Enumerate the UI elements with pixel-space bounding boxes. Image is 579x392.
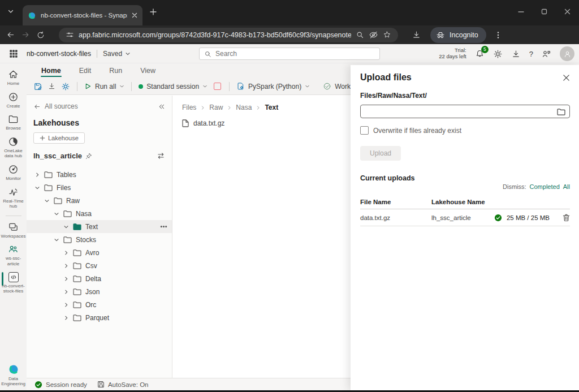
- url-field[interactable]: app.fabric.microsoft.com/groups/8742d3fd…: [59, 28, 398, 42]
- tree-item-text-selected[interactable]: Text: [27, 220, 172, 233]
- settings-gear-icon[interactable]: [493, 49, 503, 59]
- overwrite-checkbox[interactable]: [360, 126, 369, 135]
- tree-item-avro[interactable]: Avro: [27, 246, 172, 259]
- save-status-dropdown[interactable]: Saved: [103, 50, 131, 58]
- save-status-label: Saved: [103, 50, 122, 58]
- rail-item-realtime-hub[interactable]: Real-Time hub: [0, 187, 27, 209]
- global-search-box[interactable]: [199, 48, 380, 60]
- bookmark-star-icon[interactable]: [383, 31, 391, 39]
- minimize-icon[interactable]: [517, 8, 525, 15]
- chevron-right-icon[interactable]: [63, 263, 69, 269]
- rail-item-browse[interactable]: Browse: [0, 114, 27, 131]
- chevron-expanded-icon[interactable]: [44, 198, 50, 204]
- save-export-icon[interactable]: [33, 82, 42, 91]
- collapse-panel-icon[interactable]: [158, 103, 165, 110]
- tree-item-files[interactable]: Files: [27, 181, 172, 194]
- rail-item-home[interactable]: Home: [0, 69, 27, 87]
- notebook-settings-icon[interactable]: [61, 82, 70, 91]
- chevron-right-icon[interactable]: [63, 302, 69, 308]
- session-selector[interactable]: Standard session: [139, 83, 208, 91]
- tree-item-tables[interactable]: Tables: [27, 168, 172, 181]
- tree-item-raw[interactable]: Raw: [27, 194, 172, 207]
- rail-item-monitor[interactable]: Monitor: [0, 164, 27, 182]
- tab-search-icon[interactable]: [7, 7, 15, 15]
- tree-item-json[interactable]: Json: [27, 285, 172, 298]
- rail-item-nb-convert-stock-files[interactable]: nb-convert-stock-files: [0, 272, 27, 294]
- close-window-icon[interactable]: [564, 8, 571, 15]
- chevron-right-icon[interactable]: [63, 276, 69, 282]
- breadcrumb-nasa[interactable]: Nasa: [236, 104, 252, 111]
- upload-complete-check-icon: [494, 214, 502, 222]
- rail-item-data-engineering[interactable]: Data Engineering: [0, 364, 27, 387]
- chevron-expanded-icon[interactable]: [63, 224, 69, 230]
- data-engineering-logo: [8, 364, 19, 375]
- dismiss-all-link[interactable]: All: [563, 183, 570, 190]
- refresh-icon[interactable]: [36, 31, 45, 40]
- language-selector[interactable]: PySpark (Python): [236, 82, 310, 91]
- dismiss-completed-link[interactable]: Completed: [530, 183, 560, 190]
- maximize-icon[interactable]: [541, 8, 548, 15]
- upload-file-input[interactable]: [365, 107, 554, 115]
- tab-run[interactable]: Run: [101, 64, 130, 78]
- feedback-icon[interactable]: [542, 49, 551, 59]
- rail-item-workspaces[interactable]: Workspaces: [0, 222, 27, 239]
- notifications-bell-icon[interactable]: 5: [475, 49, 485, 59]
- download-icon[interactable]: [511, 49, 521, 59]
- rail-item-create[interactable]: Create: [0, 92, 27, 109]
- browser-tab[interactable]: nb-convert-stock-files - Synaps: [23, 5, 142, 25]
- delete-upload-icon[interactable]: [563, 214, 570, 222]
- new-tab-icon[interactable]: [149, 8, 157, 16]
- close-panel-icon[interactable]: [563, 74, 570, 81]
- stop-session-button[interactable]: [214, 83, 221, 90]
- upload-button[interactable]: Upload: [360, 146, 401, 161]
- rail-item-onelake[interactable]: OneLake data hub: [0, 136, 27, 159]
- chevron-expanded-icon[interactable]: [34, 185, 40, 191]
- account-avatar[interactable]: [560, 46, 574, 61]
- add-lakehouse-button[interactable]: Lakehouse: [33, 132, 85, 144]
- browser-menu-icon[interactable]: [494, 31, 502, 39]
- chevron-right-icon[interactable]: [63, 289, 69, 295]
- tree-item-orc[interactable]: Orc: [27, 298, 172, 311]
- download-notebook-icon[interactable]: [47, 82, 56, 91]
- downloads-icon[interactable]: [412, 30, 421, 40]
- file-picker-field[interactable]: [360, 105, 570, 118]
- tree-item-nasa[interactable]: Nasa: [27, 207, 172, 220]
- folder-icon: [73, 301, 81, 308]
- chevron-right-icon[interactable]: [63, 250, 69, 256]
- browse-files-icon[interactable]: [557, 108, 565, 115]
- waffle-menu-icon[interactable]: [0, 50, 27, 58]
- tab-close-icon[interactable]: [132, 12, 137, 18]
- autosave-status[interactable]: AutoSave: On: [97, 381, 149, 388]
- zoom-page-icon[interactable]: [356, 31, 364, 39]
- tree-item-stocks[interactable]: Stocks: [27, 233, 172, 246]
- forward-icon[interactable]: [21, 30, 31, 40]
- overwrite-checkbox-row[interactable]: Overwrite if files already exist: [360, 126, 570, 135]
- lakehouse-row[interactable]: lh_ssc_article: [27, 144, 172, 160]
- run-all-button[interactable]: Run all: [84, 83, 124, 91]
- chevron-expanded-icon[interactable]: [54, 237, 59, 243]
- all-sources-back-button[interactable]: All sources: [33, 102, 78, 110]
- tab-home[interactable]: Home: [33, 64, 69, 78]
- tree-item-delta[interactable]: Delta: [27, 272, 172, 285]
- chevron-right-icon[interactable]: [63, 315, 69, 321]
- breadcrumb-files[interactable]: Files: [182, 104, 196, 111]
- rail-divider: [6, 216, 21, 216]
- tab-edit[interactable]: Edit: [71, 64, 100, 78]
- search-input[interactable]: [215, 50, 375, 58]
- tree-item-parquet[interactable]: Parquet: [27, 311, 172, 324]
- chevron-right-icon[interactable]: [34, 172, 40, 178]
- create-plus-icon: [8, 92, 19, 102]
- tab-view[interactable]: View: [132, 64, 163, 78]
- help-icon[interactable]: ?: [529, 50, 533, 58]
- tree-item-csv[interactable]: Csv: [27, 259, 172, 272]
- eye-hidden-icon[interactable]: [369, 30, 378, 40]
- breadcrumb-raw[interactable]: Raw: [209, 104, 223, 111]
- lakehouses-heading: Lakehouses: [27, 110, 172, 127]
- more-options-icon[interactable]: [160, 223, 167, 230]
- switch-lakehouse-icon[interactable]: [157, 152, 165, 160]
- pin-icon[interactable]: [85, 153, 92, 160]
- rail-item-ws-ssc-article[interactable]: ws-ssc-article: [0, 244, 27, 266]
- site-info-icon[interactable]: [66, 31, 74, 39]
- chevron-expanded-icon[interactable]: [54, 211, 59, 217]
- back-icon[interactable]: [6, 30, 15, 40]
